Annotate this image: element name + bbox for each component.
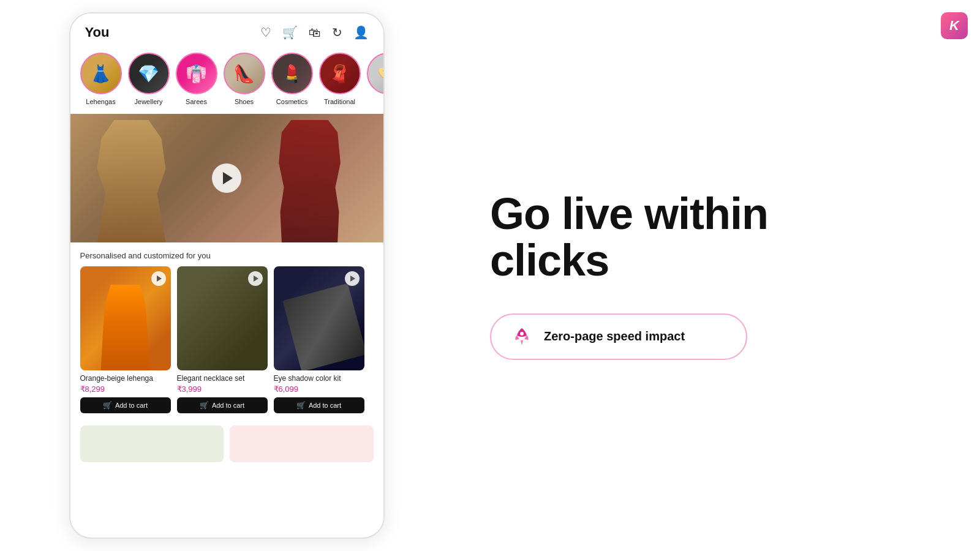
bottom-boxes <box>70 419 383 468</box>
categories-row: 👗 Lehengas 💎 Jewellery 👘 Sarees 👠 <box>70 47 383 114</box>
heart-icon[interactable]: ♡ <box>260 25 271 40</box>
hero-video-section <box>70 114 383 242</box>
category-circle-shoes: 👠 <box>224 53 265 94</box>
product-price-3: ₹6,099 <box>274 384 364 394</box>
play-triangle-icon <box>223 172 233 184</box>
personalized-section: Personalised and customized for you Oran… <box>70 242 383 418</box>
category-circle-cosmetics: 💄 <box>271 53 313 94</box>
category-item-sarees[interactable]: 👘 Sarees <box>176 53 217 105</box>
product-video-icon-3[interactable] <box>345 271 360 286</box>
headline-line1: Go live within <box>490 189 768 238</box>
product-video-icon-1[interactable] <box>151 271 166 286</box>
play-button[interactable] <box>212 163 241 193</box>
lehenga-figure <box>101 285 150 370</box>
add-to-cart-button-3[interactable]: 🛒 Add to cart <box>274 397 364 413</box>
category-item-shoes[interactable]: 👠 Shoes <box>224 53 265 105</box>
product-name-3: Eye shadow color kit <box>274 374 364 383</box>
product-image-2 <box>177 266 268 370</box>
category-label-jewellery: Jewellery <box>135 98 163 105</box>
feature-text: Zero-page speed impact <box>544 329 685 343</box>
add-to-cart-button-2[interactable]: 🛒 Add to cart <box>177 397 268 413</box>
left-panel: You ♡ 🛒 🛍 ↻ 👤 👗 Lehengas 💎 Jew <box>0 0 453 551</box>
bottom-box-pink <box>230 425 374 462</box>
product-name-1: Orange-beige lehenga <box>80 374 171 383</box>
app-title: You <box>85 24 110 40</box>
category-circle-traditional: 🧣 <box>319 53 361 94</box>
category-circle-jewellery: 💎 <box>128 53 170 94</box>
app-logo[interactable]: K <box>941 12 968 39</box>
category-circle-lehengas: 👗 <box>80 53 122 94</box>
cart-icon-1: 🛒 <box>103 401 112 410</box>
video-triangle-icon <box>157 276 162 282</box>
category-label-traditional: Traditional <box>324 98 355 105</box>
product-image-3 <box>274 266 364 370</box>
section-title: Personalised and customized for you <box>80 251 374 260</box>
add-to-cart-label-3: Add to cart <box>309 402 341 409</box>
category-circle-sarees: 👘 <box>176 53 217 94</box>
category-label-shoes: Shoes <box>235 98 254 105</box>
bag-icon[interactable]: 🛍 <box>309 26 321 40</box>
category-item-cosmetics[interactable]: 💄 Cosmetics <box>271 53 313 105</box>
cart-icon-3: 🛒 <box>296 401 306 410</box>
add-to-cart-label-1: Add to cart <box>115 402 148 409</box>
headline: Go live within clicks <box>490 191 931 283</box>
video-triangle-icon-3 <box>350 276 355 282</box>
phone-mockup: You ♡ 🛒 🛍 ↻ 👤 👗 Lehengas 💎 Jew <box>69 12 385 539</box>
svg-point-0 <box>520 332 524 335</box>
category-circle-w: 👒 <box>367 53 383 94</box>
category-label-cosmetics: Cosmetics <box>276 98 307 105</box>
product-price-2: ₹3,999 <box>177 384 268 394</box>
product-price-1: ₹8,299 <box>80 384 171 394</box>
hero-figure-left <box>89 120 175 242</box>
eyeshadow-figure <box>282 283 364 370</box>
products-row: Orange-beige lehenga ₹8,299 🛒 Add to car… <box>80 266 374 413</box>
category-label-lehengas: Lehengas <box>86 98 115 105</box>
right-panel: K Go live within clicks Zero-page speed … <box>453 0 980 551</box>
cart-icon[interactable]: 🛒 <box>282 25 298 40</box>
category-item-traditional[interactable]: 🧣 Traditional <box>319 53 361 105</box>
app-header: You ♡ 🛒 🛍 ↻ 👤 <box>70 13 383 47</box>
category-item-w[interactable]: 👒 W <box>367 53 383 105</box>
category-item-lehengas[interactable]: 👗 Lehengas <box>80 53 122 105</box>
category-label-sarees: Sarees <box>186 98 207 105</box>
add-to-cart-button-1[interactable]: 🛒 Add to cart <box>80 397 171 413</box>
rocket-icon <box>508 323 535 350</box>
product-card-1: Orange-beige lehenga ₹8,299 🛒 Add to car… <box>80 266 171 413</box>
header-icons: ♡ 🛒 🛍 ↻ 👤 <box>260 25 369 40</box>
profile-icon[interactable]: 👤 <box>353 25 369 40</box>
feature-badge: Zero-page speed impact <box>490 313 747 360</box>
product-card-2: Elegant necklace set ₹3,999 🛒 Add to car… <box>177 266 268 413</box>
category-item-jewellery[interactable]: 💎 Jewellery <box>128 53 170 105</box>
cart-icon-2: 🛒 <box>200 401 209 410</box>
headline-line2: clicks <box>490 236 609 285</box>
bottom-box-green <box>80 425 224 462</box>
product-video-icon-2[interactable] <box>248 271 263 286</box>
logo-letter: K <box>949 19 959 32</box>
product-image-1 <box>80 266 171 370</box>
hero-figure-right <box>273 120 347 242</box>
video-triangle-icon-2 <box>254 276 258 282</box>
add-to-cart-label-2: Add to cart <box>212 402 244 409</box>
product-card-3: Eye shadow color kit ₹6,099 🛒 Add to car… <box>274 266 364 413</box>
refresh-icon[interactable]: ↻ <box>332 25 342 40</box>
product-name-2: Elegant necklace set <box>177 374 268 383</box>
